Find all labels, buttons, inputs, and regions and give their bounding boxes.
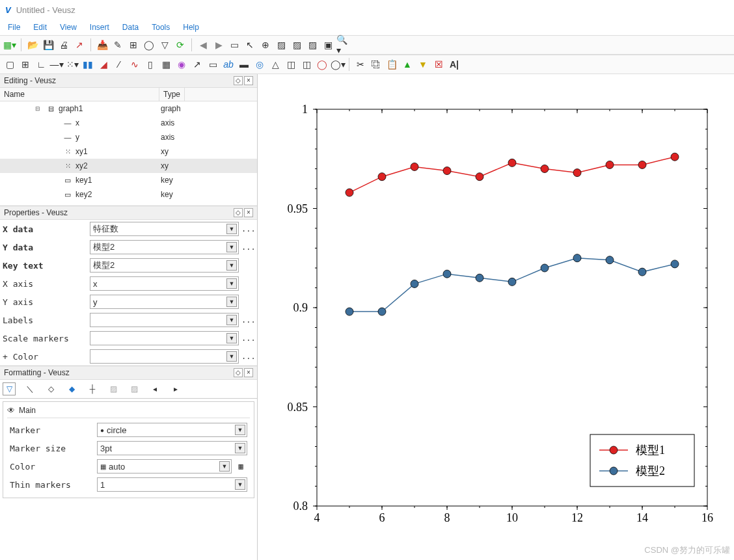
tree-row-xy1[interactable]: ⁙ xy1xy [0, 144, 257, 159]
fmt-input[interactable]: ▦auto▼ [97, 459, 232, 473]
fmt-tab-next[interactable]: ▸ [169, 382, 182, 395]
capture-icon[interactable]: ◯ [142, 38, 156, 52]
dropdown-icon[interactable]: ▼ [226, 224, 237, 234]
dock-close-icon[interactable]: × [244, 208, 253, 217]
zoom-graph-icon[interactable]: ▨ [274, 38, 288, 52]
prop-input[interactable]: 模型2▼ [90, 240, 239, 254]
dropdown-icon[interactable]: ▼ [226, 315, 237, 325]
dock-close-icon[interactable]: × [244, 76, 253, 85]
new-doc-icon[interactable]: ▦▾ [3, 38, 17, 52]
filter-icon[interactable]: ▽ [157, 38, 172, 52]
prop-input[interactable]: 模型2▼ [90, 258, 239, 273]
tree-body[interactable]: ⊟⊟ graph1graph— xaxis— yaxis⁙ xy1xy⁙ xy2… [0, 101, 257, 206]
shape-widget-icon[interactable]: ◯▾ [331, 57, 345, 72]
dropdown-icon[interactable]: ▼ [235, 425, 245, 435]
import-data-icon[interactable]: 📥 [95, 38, 109, 52]
cov-widget-icon[interactable]: ◯ [315, 57, 329, 72]
select-icon[interactable]: ▭ [227, 38, 241, 52]
new-dataset-icon[interactable]: ⊞ [126, 38, 141, 52]
dropdown-icon[interactable]: ▼ [226, 242, 237, 252]
polar-widget-icon[interactable]: ◎ [252, 57, 267, 72]
dock-float-icon[interactable]: ◇ [234, 76, 243, 85]
tree-row-xy2[interactable]: ⁙ xy2xy [0, 159, 257, 173]
dropdown-icon[interactable]: ▼ [235, 443, 245, 453]
fmt-tab-prev[interactable]: ◂ [148, 382, 161, 395]
contour-widget-icon[interactable]: ◉ [174, 57, 189, 72]
next-page-icon[interactable]: ▶ [211, 38, 226, 52]
prop-extra-button[interactable]: ... [241, 334, 254, 343]
move-up-icon[interactable]: ▲ [400, 57, 415, 72]
menu-file[interactable]: File [3, 21, 25, 33]
menu-help[interactable]: Help [178, 21, 204, 33]
dock-float-icon[interactable]: ◇ [234, 368, 243, 377]
fmt-tab-marker[interactable]: ◇ [44, 382, 57, 395]
prop-input[interactable]: ▼ [90, 331, 239, 345]
menu-edit[interactable]: Edit [28, 21, 52, 33]
copy-icon[interactable]: ⿻ [369, 57, 383, 72]
prop-input[interactable]: ▼ [90, 349, 239, 364]
label-widget-icon[interactable]: ab [221, 57, 236, 72]
move-down-icon[interactable]: ▼ [416, 57, 430, 72]
tree-row-y[interactable]: — yaxis [0, 130, 257, 144]
grid-widget-icon[interactable]: ⊞ [18, 57, 33, 72]
function-widget-icon[interactable]: ∿ [128, 57, 142, 72]
zoom-axis-icon[interactable]: ▨ [290, 38, 304, 52]
fmt-input[interactable]: 1▼ [97, 477, 247, 492]
fmt-tab-markerfill[interactable]: ◆ [65, 382, 78, 395]
menu-data[interactable]: Data [117, 21, 144, 33]
dropdown-icon[interactable]: ▼ [226, 333, 237, 343]
dropdown-icon[interactable]: ▼ [226, 260, 237, 271]
axis-widget-icon[interactable]: —▾ [49, 57, 64, 72]
rename-icon[interactable]: A| [447, 57, 461, 72]
fmt-input[interactable]: 3pt▼ [97, 441, 247, 455]
export-icon[interactable]: ↗ [72, 38, 87, 52]
prop-input[interactable]: y▼ [90, 295, 239, 309]
graph-widget-icon[interactable]: ∟ [34, 57, 48, 72]
prop-input[interactable]: ▼ [90, 313, 239, 327]
prop-extra-button[interactable]: ... [241, 243, 254, 252]
prop-input[interactable]: 特征数▼ [90, 222, 239, 236]
tree-row-graph1[interactable]: ⊟⊟ graph1graph [0, 101, 257, 116]
color-picker-icon[interactable]: ▦ [234, 462, 247, 471]
page-widget-icon[interactable]: ▢ [3, 57, 17, 72]
fmt-tab-line[interactable]: ＼ [23, 382, 36, 395]
prev-page-icon[interactable]: ◀ [196, 38, 210, 52]
fit-widget-icon[interactable]: ⁄ [112, 57, 126, 72]
save-icon[interactable]: 💾 [41, 38, 55, 52]
fmt-tab-fillbelow[interactable]: ▨ [107, 382, 120, 395]
chart-area[interactable]: 468101214160.80.850.90.951模型1模型2 CSDN @努… [258, 74, 734, 560]
tree-col-name[interactable]: Name [0, 88, 159, 101]
prop-extra-button[interactable]: ... [241, 352, 254, 361]
tree-row-key1[interactable]: ▭ key1key [0, 173, 257, 187]
delete-icon[interactable]: ☒ [431, 57, 446, 72]
dock-close-icon[interactable]: × [244, 368, 253, 377]
print-icon[interactable]: 🖨 [57, 38, 71, 52]
reload-icon[interactable]: ⟳ [173, 38, 187, 52]
vector-widget-icon[interactable]: ↗ [190, 57, 204, 72]
3d-widget-icon[interactable]: ◫ [284, 57, 298, 72]
histogram-widget-icon[interactable]: ◢ [96, 57, 111, 72]
paste-icon[interactable]: 📋 [385, 57, 399, 72]
dropdown-icon[interactable]: ▼ [235, 479, 245, 490]
prop-extra-button[interactable]: ... [241, 224, 254, 233]
tree-row-key2[interactable]: ▭ key2key [0, 187, 257, 202]
visibility-icon[interactable]: 👁 [7, 406, 15, 415]
reset-zoom-icon[interactable]: ▣ [321, 38, 335, 52]
prop-input[interactable]: x▼ [90, 276, 239, 291]
scene3d-widget-icon[interactable]: ◫ [299, 57, 314, 72]
key-widget-icon[interactable]: ▭ [206, 57, 220, 72]
pointer-icon[interactable]: ↖ [243, 38, 257, 52]
dropdown-icon[interactable]: ▼ [226, 297, 237, 307]
boxplot-widget-icon[interactable]: ▯ [143, 57, 157, 72]
ternary-widget-icon[interactable]: △ [268, 57, 282, 72]
open-icon[interactable]: 📂 [25, 38, 40, 52]
tree-row-x[interactable]: — xaxis [0, 116, 257, 130]
dropdown-icon[interactable]: ▼ [219, 461, 230, 472]
fmt-input[interactable]: ●circle▼ [97, 423, 247, 437]
menu-insert[interactable]: Insert [85, 21, 115, 33]
recenter-icon[interactable]: ▨ [305, 38, 319, 52]
image-widget-icon[interactable]: ▦ [159, 57, 173, 72]
fmt-tab-main[interactable]: ▽ [3, 382, 16, 395]
dropdown-icon[interactable]: ▼ [226, 351, 237, 362]
crosshair-icon[interactable]: ⊕ [258, 38, 273, 52]
